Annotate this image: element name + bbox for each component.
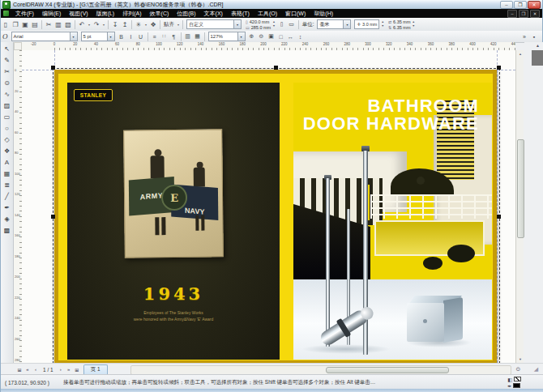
shape-tool[interactable]: ✎ — [2, 55, 12, 66]
menu-item[interactable]: 位图(B) — [173, 9, 199, 18]
page-size-fields[interactable]: ▯420.0 mm ▭285.0 mm — [246, 19, 271, 30]
selection-handle[interactable] — [51, 66, 55, 70]
ellipse-tool[interactable]: ○ — [2, 123, 12, 134]
copy-button[interactable]: ▥ — [53, 19, 63, 29]
rectangle-tool[interactable]: ▭ — [2, 112, 12, 122]
basic-shapes-tool[interactable]: ❖ — [2, 146, 12, 156]
maximize-button[interactable]: ❐ — [514, 1, 527, 9]
add-page-end-button[interactable]: ⊞ — [73, 365, 81, 374]
snap-button[interactable]: 贴齐 — [164, 21, 174, 28]
freehand-tool[interactable]: ∿ — [2, 89, 12, 100]
selection-handle[interactable] — [497, 66, 501, 70]
bold-button[interactable]: B — [117, 32, 126, 41]
close-button[interactable]: ✕ — [528, 1, 541, 9]
outline-pen-tool[interactable]: ✒ — [2, 202, 12, 213]
selection-handle[interactable] — [51, 215, 55, 219]
first-page-button[interactable]: « — [24, 365, 32, 374]
chevron-down-icon[interactable]: ▾ — [101, 23, 106, 27]
chevron-down-icon[interactable]: ▾ — [237, 32, 245, 40]
vertical-scrollbar[interactable]: ▲ ▼ — [515, 50, 524, 363]
selection-handle[interactable] — [497, 215, 501, 219]
duplicate-distance-fields[interactable]: ⇄6.35 mm ⇅6.35 mm — [388, 19, 411, 30]
page-tab[interactable]: 页 1 — [83, 364, 108, 375]
spin-down-icon[interactable]: ▼ — [413, 24, 415, 28]
eyedropper-tool[interactable]: ╱ — [2, 191, 12, 202]
undo-button[interactable]: ↶ — [77, 19, 87, 29]
menu-item[interactable]: 版面(L) — [92, 9, 119, 18]
chevron-down-icon[interactable]: ▾ — [176, 23, 181, 27]
landscape-orientation-button[interactable]: ▭ — [287, 19, 297, 29]
zoom-width-button[interactable]: ↔ — [286, 32, 296, 41]
text-tool[interactable]: A — [2, 157, 12, 168]
nudge-field[interactable]: ✛3.0 mm — [354, 19, 379, 29]
smart-fill-tool[interactable]: ▨ — [2, 100, 12, 111]
print-button[interactable]: ▤ — [30, 19, 40, 29]
resize-grip-icon[interactable]: ◢ — [532, 365, 541, 373]
duplicate-h-value[interactable]: 6.35 mm — [393, 19, 410, 24]
doc-restore-button[interactable]: ❐ — [519, 10, 528, 18]
page-width-value[interactable]: 420.0 mm — [250, 19, 269, 24]
welcome-screen-button[interactable]: ❖ — [148, 19, 158, 29]
edit-text-button[interactable]: ▥ — [183, 32, 193, 41]
redo-button[interactable]: ↷ — [92, 19, 101, 29]
new-button[interactable]: ▯ — [1, 19, 11, 29]
page-size-spinner[interactable]: ▲▼ — [272, 20, 275, 28]
quick-zoom-icon[interactable]: ⊙ — [514, 365, 523, 373]
fill-tool[interactable]: ◈ — [2, 214, 12, 224]
menu-item[interactable]: 编辑(E) — [38, 9, 65, 18]
zoom-level-combo[interactable]: 127% ▾ — [208, 32, 246, 41]
ruler-origin-box[interactable] — [14, 42, 22, 50]
interactive-fill-tool[interactable]: ▩ — [2, 225, 12, 236]
chevron-down-icon[interactable]: ▾ — [70, 32, 77, 40]
font-combo[interactable]: Arial ▾ — [11, 32, 78, 41]
selection-handle[interactable] — [274, 66, 278, 70]
polygon-tool[interactable]: ◇ — [2, 134, 12, 145]
alignment-button[interactable]: ≡ — [150, 32, 160, 41]
zoom-in-button[interactable]: ⊕ — [247, 32, 257, 41]
page-height-value[interactable]: 285.0 mm — [251, 25, 271, 30]
blend-tool[interactable]: ≣ — [2, 180, 12, 190]
zoom-tool[interactable]: ⊙ — [2, 78, 12, 88]
title-bar[interactable]: CorelDRAW X4 (专业版) - [G:\五金画册（英文）韩春\ENO6… — [1, 0, 542, 9]
scroll-down-icon[interactable]: ▼ — [516, 356, 524, 363]
spin-down-icon[interactable]: ▼ — [381, 24, 383, 28]
palette-scroll-up-icon[interactable]: ▲ — [536, 43, 540, 48]
import-button[interactable]: ↧ — [110, 19, 120, 29]
zoom-page-button[interactable]: □ — [276, 32, 286, 41]
underline-button[interactable]: U — [136, 32, 146, 41]
chevron-down-icon[interactable]: ▾ — [233, 20, 241, 28]
menu-item[interactable]: 效果(C) — [146, 9, 173, 18]
menu-item[interactable]: 工具(O) — [254, 9, 281, 18]
italic-button[interactable]: I — [126, 32, 136, 41]
nudge-spinner[interactable]: ▲▼ — [381, 20, 383, 28]
horizontal-scroll-thumb[interactable] — [326, 367, 449, 373]
vertical-scroll-thumb[interactable] — [517, 139, 524, 238]
add-page-button[interactable]: ⊞ — [15, 365, 24, 374]
portrait-orientation-button[interactable]: ▯ — [277, 19, 287, 29]
save-button[interactable]: ▣ — [20, 19, 30, 29]
drawing-canvas[interactable]: STANLEY ARMY NAVY E 1943 — [22, 50, 515, 363]
text-frame-button[interactable]: ▦ — [193, 32, 203, 41]
doc-minimize-button[interactable]: – — [507, 10, 517, 18]
minimize-button[interactable]: – — [500, 1, 513, 9]
last-page-button[interactable]: » — [65, 365, 73, 374]
page-preset-combo[interactable]: 自定义 ▾ — [186, 19, 242, 29]
doc-close-button[interactable]: ✕ — [530, 10, 540, 18]
chevron-down-icon[interactable]: ▾ — [107, 32, 114, 40]
units-combo[interactable]: 毫米 ▾ — [317, 19, 351, 29]
app-launcher-button[interactable]: ✳ — [134, 19, 143, 29]
font-size-combo[interactable]: 5 pt ▾ — [81, 32, 115, 41]
zoom-selected-button[interactable]: ▣ — [267, 32, 276, 41]
pick-tool[interactable]: ↖ — [2, 44, 12, 54]
menu-item[interactable]: 窗口(W) — [281, 9, 310, 18]
table-tool[interactable]: ▦ — [2, 168, 12, 179]
prev-page-button[interactable]: ‹ — [32, 365, 40, 374]
crop-tool[interactable]: ✂ — [2, 66, 12, 77]
menu-item[interactable]: 视图(V) — [65, 9, 92, 18]
open-button[interactable]: ❐ — [11, 19, 20, 29]
zoom-out-button[interactable]: ⊖ — [257, 32, 267, 41]
menu-item[interactable]: 文件(F) — [11, 9, 38, 18]
duplicate-v-value[interactable]: 6.35 mm — [393, 25, 410, 30]
duplicate-spinner[interactable]: ▲▼ — [413, 20, 415, 28]
toolbar-options-button[interactable]: » — [519, 32, 529, 41]
